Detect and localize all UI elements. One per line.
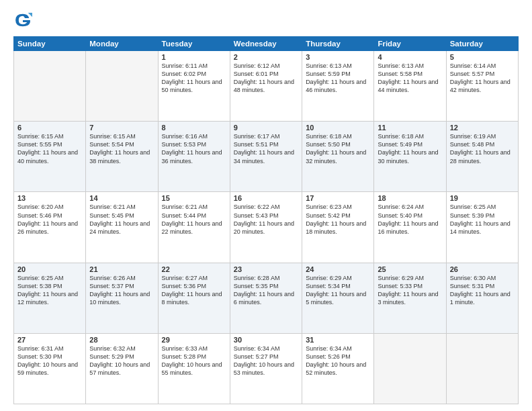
- calendar-cell: 22Sunrise: 6:27 AMSunset: 5:36 PMDayligh…: [158, 263, 230, 333]
- day-number: 28: [89, 336, 154, 344]
- calendar-row-4: 27Sunrise: 6:31 AMSunset: 5:30 PMDayligh…: [14, 333, 519, 404]
- calendar-cell: 4Sunrise: 6:13 AMSunset: 5:58 PMDaylight…: [374, 51, 446, 122]
- day-number: 8: [162, 124, 226, 132]
- cell-info: Sunrise: 6:27 AMSunset: 5:36 PMDaylight:…: [162, 274, 226, 307]
- day-number: 1: [162, 53, 226, 61]
- cell-info: Sunrise: 6:34 AMSunset: 5:26 PMDaylight:…: [306, 345, 370, 377]
- day-number: 12: [450, 124, 515, 132]
- calendar-cell: [446, 333, 518, 404]
- day-number: 22: [162, 265, 226, 273]
- cell-info: Sunrise: 6:21 AMSunset: 5:44 PMDaylight:…: [162, 203, 226, 236]
- day-number: 4: [378, 53, 442, 61]
- calendar-table: SundayMondayTuesdayWednesdayThursdayFrid…: [13, 36, 519, 404]
- day-number: 3: [306, 53, 370, 61]
- weekday-header-thursday: Thursday: [302, 37, 374, 51]
- day-number: 24: [306, 265, 370, 273]
- calendar-cell: 8Sunrise: 6:16 AMSunset: 5:53 PMDaylight…: [158, 122, 230, 192]
- cell-info: Sunrise: 6:12 AMSunset: 6:01 PMDaylight:…: [234, 62, 298, 95]
- cell-info: Sunrise: 6:28 AMSunset: 5:35 PMDaylight:…: [234, 274, 298, 307]
- calendar-cell: 12Sunrise: 6:19 AMSunset: 5:48 PMDayligh…: [446, 122, 518, 192]
- day-number: 10: [306, 124, 370, 132]
- weekday-header-sunday: Sunday: [14, 37, 86, 51]
- day-number: 20: [17, 265, 82, 273]
- cell-info: Sunrise: 6:25 AMSunset: 5:38 PMDaylight:…: [17, 274, 82, 307]
- cell-info: Sunrise: 6:24 AMSunset: 5:40 PMDaylight:…: [378, 203, 442, 236]
- calendar-cell: 14Sunrise: 6:21 AMSunset: 5:45 PMDayligh…: [86, 192, 158, 263]
- cell-info: Sunrise: 6:15 AMSunset: 5:55 PMDaylight:…: [17, 132, 82, 165]
- calendar-cell: 24Sunrise: 6:29 AMSunset: 5:34 PMDayligh…: [302, 263, 374, 333]
- day-number: 11: [378, 124, 442, 132]
- day-number: 9: [234, 124, 298, 132]
- cell-info: Sunrise: 6:13 AMSunset: 5:59 PMDaylight:…: [306, 62, 370, 95]
- cell-info: Sunrise: 6:15 AMSunset: 5:54 PMDaylight:…: [89, 132, 154, 165]
- calendar-cell: 9Sunrise: 6:17 AMSunset: 5:51 PMDaylight…: [230, 122, 302, 192]
- calendar-cell: 27Sunrise: 6:31 AMSunset: 5:30 PMDayligh…: [14, 333, 86, 404]
- calendar-cell: 3Sunrise: 6:13 AMSunset: 5:59 PMDaylight…: [302, 51, 374, 122]
- day-number: 30: [234, 336, 298, 344]
- calendar-cell: 26Sunrise: 6:30 AMSunset: 5:31 PMDayligh…: [446, 263, 518, 333]
- cell-info: Sunrise: 6:33 AMSunset: 5:28 PMDaylight:…: [162, 345, 226, 377]
- calendar-cell: 29Sunrise: 6:33 AMSunset: 5:28 PMDayligh…: [158, 333, 230, 404]
- calendar-cell: 28Sunrise: 6:32 AMSunset: 5:29 PMDayligh…: [86, 333, 158, 404]
- day-number: 31: [306, 336, 370, 344]
- cell-info: Sunrise: 6:18 AMSunset: 5:50 PMDaylight:…: [306, 132, 370, 165]
- cell-info: Sunrise: 6:30 AMSunset: 5:31 PMDaylight:…: [450, 274, 515, 307]
- day-number: 6: [17, 124, 82, 132]
- day-number: 5: [450, 53, 515, 61]
- day-number: 7: [89, 124, 154, 132]
- day-number: 29: [162, 336, 226, 344]
- calendar-cell: [86, 51, 158, 122]
- calendar-cell: 5Sunrise: 6:14 AMSunset: 5:57 PMDaylight…: [446, 51, 518, 122]
- calendar-cell: 2Sunrise: 6:12 AMSunset: 6:01 PMDaylight…: [230, 51, 302, 122]
- day-number: 16: [234, 194, 298, 202]
- weekday-header-wednesday: Wednesday: [230, 37, 302, 51]
- calendar-cell: 17Sunrise: 6:23 AMSunset: 5:42 PMDayligh…: [302, 192, 374, 263]
- cell-info: Sunrise: 6:22 AMSunset: 5:43 PMDaylight:…: [234, 203, 298, 236]
- header: [13, 11, 519, 30]
- cell-info: Sunrise: 6:16 AMSunset: 5:53 PMDaylight:…: [162, 132, 226, 165]
- day-number: 26: [450, 265, 515, 273]
- cell-info: Sunrise: 6:31 AMSunset: 5:30 PMDaylight:…: [17, 345, 82, 377]
- day-number: 19: [450, 194, 515, 202]
- calendar-cell: 10Sunrise: 6:18 AMSunset: 5:50 PMDayligh…: [302, 122, 374, 192]
- calendar-cell: 21Sunrise: 6:26 AMSunset: 5:37 PMDayligh…: [86, 263, 158, 333]
- calendar-cell: 25Sunrise: 6:29 AMSunset: 5:33 PMDayligh…: [374, 263, 446, 333]
- calendar-row-2: 13Sunrise: 6:20 AMSunset: 5:46 PMDayligh…: [14, 192, 519, 263]
- weekday-header-row: SundayMondayTuesdayWednesdayThursdayFrid…: [14, 37, 519, 51]
- calendar-cell: [14, 51, 86, 122]
- cell-info: Sunrise: 6:11 AMSunset: 6:02 PMDaylight:…: [162, 62, 226, 95]
- day-number: 21: [89, 265, 154, 273]
- calendar-cell: 31Sunrise: 6:34 AMSunset: 5:26 PMDayligh…: [302, 333, 374, 404]
- calendar-cell: 13Sunrise: 6:20 AMSunset: 5:46 PMDayligh…: [14, 192, 86, 263]
- calendar-cell: 19Sunrise: 6:25 AMSunset: 5:39 PMDayligh…: [446, 192, 518, 263]
- page: SundayMondayTuesdayWednesdayThursdayFrid…: [0, 0, 532, 411]
- cell-info: Sunrise: 6:20 AMSunset: 5:46 PMDaylight:…: [17, 203, 82, 236]
- cell-info: Sunrise: 6:17 AMSunset: 5:51 PMDaylight:…: [234, 132, 298, 165]
- day-number: 2: [234, 53, 298, 61]
- day-number: 25: [378, 265, 442, 273]
- cell-info: Sunrise: 6:32 AMSunset: 5:29 PMDaylight:…: [89, 345, 154, 377]
- cell-info: Sunrise: 6:25 AMSunset: 5:39 PMDaylight:…: [450, 203, 515, 236]
- calendar-row-0: 1Sunrise: 6:11 AMSunset: 6:02 PMDaylight…: [14, 51, 519, 122]
- calendar-cell: 30Sunrise: 6:34 AMSunset: 5:27 PMDayligh…: [230, 333, 302, 404]
- day-number: 14: [89, 194, 154, 202]
- calendar-cell: [374, 333, 446, 404]
- day-number: 17: [306, 194, 370, 202]
- calendar-cell: 7Sunrise: 6:15 AMSunset: 5:54 PMDaylight…: [86, 122, 158, 192]
- day-number: 27: [17, 336, 82, 344]
- calendar-cell: 20Sunrise: 6:25 AMSunset: 5:38 PMDayligh…: [14, 263, 86, 333]
- calendar-cell: 16Sunrise: 6:22 AMSunset: 5:43 PMDayligh…: [230, 192, 302, 263]
- cell-info: Sunrise: 6:18 AMSunset: 5:49 PMDaylight:…: [378, 132, 442, 165]
- cell-info: Sunrise: 6:21 AMSunset: 5:45 PMDaylight:…: [89, 203, 154, 236]
- day-number: 15: [162, 194, 226, 202]
- calendar-cell: 15Sunrise: 6:21 AMSunset: 5:44 PMDayligh…: [158, 192, 230, 263]
- calendar-cell: 6Sunrise: 6:15 AMSunset: 5:55 PMDaylight…: [14, 122, 86, 192]
- calendar-cell: 18Sunrise: 6:24 AMSunset: 5:40 PMDayligh…: [374, 192, 446, 263]
- weekday-header-tuesday: Tuesday: [158, 37, 230, 51]
- cell-info: Sunrise: 6:23 AMSunset: 5:42 PMDaylight:…: [306, 203, 370, 236]
- calendar-cell: 23Sunrise: 6:28 AMSunset: 5:35 PMDayligh…: [230, 263, 302, 333]
- cell-info: Sunrise: 6:19 AMSunset: 5:48 PMDaylight:…: [450, 132, 515, 165]
- logo: [13, 11, 35, 30]
- cell-info: Sunrise: 6:34 AMSunset: 5:27 PMDaylight:…: [234, 345, 298, 377]
- calendar-row-3: 20Sunrise: 6:25 AMSunset: 5:38 PMDayligh…: [14, 263, 519, 333]
